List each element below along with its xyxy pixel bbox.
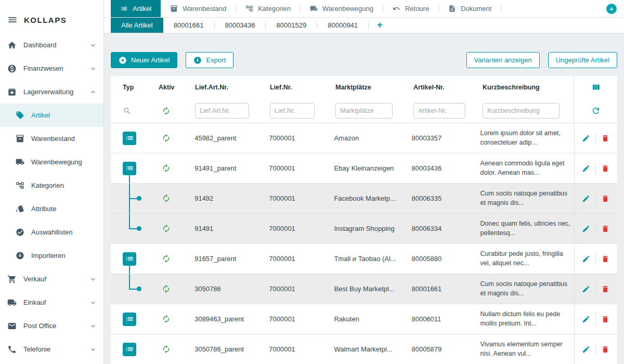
active-filter-icon[interactable] <box>162 107 171 115</box>
tab-label: Kategorien <box>258 5 291 12</box>
delete-icon[interactable] <box>601 315 609 323</box>
chevron-down-icon <box>89 298 97 307</box>
edit-icon[interactable] <box>582 134 590 142</box>
sidebar-item-label: Finanzwesen <box>23 64 63 72</box>
sidebar-item-importieren[interactable]: Importieren <box>0 244 103 267</box>
table-row[interactable]: 91657_parent 7000001 Tmall и Taobao (Al.… <box>111 243 617 274</box>
tree-node-dot <box>137 226 141 231</box>
search-icon[interactable] <box>123 107 132 115</box>
delete-icon[interactable] <box>601 285 609 293</box>
kurzbeschreibung-value: Vivamus elementum semper nisi. Aenean vu… <box>480 340 571 358</box>
filter-artikel-nr-input[interactable] <box>413 103 465 119</box>
sidebar-item-dashboard[interactable]: Dashboard <box>0 33 103 57</box>
table-row[interactable]: 3050786_parent 7000001 Walmart Marketpl.… <box>111 334 617 364</box>
sidebar-item-label: Post Office <box>23 322 56 330</box>
article-type-icon[interactable] <box>123 252 136 266</box>
sidebar-item-auswahllisten[interactable]: Auswahllisten <box>0 220 103 244</box>
sidebar-item-verkauf[interactable]: Verkauf <box>0 267 103 291</box>
artikel-nr-value: 80005879 <box>411 345 480 353</box>
refresh-icon[interactable] <box>591 106 601 115</box>
article-type-icon[interactable] <box>123 162 136 175</box>
active-status-icon[interactable] <box>162 254 171 263</box>
delete-icon[interactable] <box>601 194 609 203</box>
sidebar-item-attribute[interactable]: Attribute <box>0 197 103 220</box>
main-area: Artikel Warenbestand Kategorien Warenbew… <box>104 0 624 364</box>
subtab-article[interactable]: 80001661 <box>163 18 214 33</box>
edit-icon[interactable] <box>582 255 590 263</box>
add-article-tab-button[interactable]: + <box>369 18 391 33</box>
subtab-alle-artikel[interactable]: Alle Artikel <box>111 18 163 33</box>
delete-icon[interactable] <box>601 345 609 354</box>
article-type-icon[interactable] <box>123 343 136 356</box>
artikel-nr-value: 80001661 <box>411 285 480 293</box>
edit-icon[interactable] <box>582 194 590 203</box>
varianten-anzeigen-button[interactable]: Varianten anzeigen <box>466 52 540 68</box>
action-divider <box>595 162 596 175</box>
table-row[interactable]: 3089463_parent 7000001 Rakuten 80006011 … <box>111 304 617 334</box>
active-status-icon[interactable] <box>162 134 171 142</box>
filter-marktplaetze-input[interactable] <box>335 103 393 119</box>
table-row[interactable]: 91491_parent 7000001 Ebay Kleinanzeigen … <box>111 153 617 183</box>
table-row-variant[interactable]: 91491 7000001 Instagram Shopping 8000633… <box>111 213 617 243</box>
active-status-icon[interactable] <box>162 284 171 293</box>
tab-artikel[interactable]: Artikel <box>111 0 161 17</box>
filter-lief-art-nr-input[interactable] <box>195 103 249 119</box>
table-row-variant[interactable]: 3050786 7000001 Best Buy Marketpl... 800… <box>111 274 617 304</box>
delete-icon[interactable] <box>601 255 609 263</box>
brand-header: KOLLAPS <box>0 0 103 33</box>
sidebar-item-warenbestand[interactable]: Warenbestand <box>0 127 103 150</box>
tab-warenbestand[interactable]: Warenbestand <box>161 0 236 17</box>
marktplatz-value: Tmall и Taobao (Al... <box>334 255 411 263</box>
subtab-article[interactable]: 80001529 <box>266 18 317 33</box>
subtab-article[interactable]: 80000941 <box>317 18 368 33</box>
filter-lief-nr-input[interactable] <box>270 103 315 119</box>
lief-nr-value: 7000001 <box>269 134 334 142</box>
delete-icon[interactable] <box>601 164 609 173</box>
active-status-icon[interactable] <box>162 194 171 203</box>
content-area: Neuer Artikel Export Varianten anzeigen … <box>104 33 624 364</box>
ungepruefte-artikel-button[interactable]: Ungeprüfte Artikel <box>548 52 617 68</box>
sidebar-item-label: Kategorien <box>31 181 64 189</box>
edit-icon[interactable] <box>582 225 590 233</box>
sidebar-item-finanzwesen[interactable]: Finanzwesen <box>0 57 103 80</box>
active-status-icon[interactable] <box>162 345 171 354</box>
sidebar-item-warenbewegung[interactable]: Warenbewegung <box>0 150 103 174</box>
sidebar-item-post-office[interactable]: Post Office <box>0 314 103 337</box>
inventory-icon <box>170 5 178 12</box>
tab-warenbewegung[interactable]: Warenbewegung <box>301 0 383 17</box>
sidebar-item-einkauf[interactable]: Einkauf <box>0 291 103 314</box>
active-status-icon[interactable] <box>162 164 171 173</box>
sidebar-item-artikel[interactable]: Artikel <box>0 103 103 127</box>
return-icon <box>393 5 400 12</box>
edit-icon[interactable] <box>582 164 590 173</box>
chevron-down-icon <box>89 41 97 49</box>
neuer-artikel-button[interactable]: Neuer Artikel <box>111 52 177 68</box>
delete-icon[interactable] <box>601 134 609 142</box>
subtab-article[interactable]: 80003436 <box>215 18 266 33</box>
subtab-label: 80001529 <box>276 21 306 29</box>
active-status-icon[interactable] <box>162 224 171 233</box>
columns-icon[interactable] <box>591 83 601 92</box>
sidebar-item-telefonie[interactable]: Telefonie <box>0 337 103 361</box>
table-row-variant[interactable]: 91492 7000001 Facebook Marketp... 800063… <box>111 183 617 213</box>
edit-icon[interactable] <box>582 345 590 354</box>
edit-icon[interactable] <box>582 285 590 293</box>
sidebar-item-lagerverwaltung[interactable]: Lagerverwaltung <box>0 80 103 103</box>
table-header-row: Typ Aktiv Lief.Art.Nr. Lief.Nr. Marktplä… <box>111 76 617 99</box>
article-tab-bar: Alle Artikel 80001661 80003436 80001529 … <box>104 18 624 33</box>
sidebar-item-kategorien[interactable]: Kategorien <box>0 174 103 197</box>
kurzbeschreibung-value: Cum sociis natoque penatibus et magnis d… <box>480 280 571 298</box>
tab-retoure[interactable]: Retoure <box>383 0 438 17</box>
delete-icon[interactable] <box>601 225 609 233</box>
add-tab-button[interactable]: + <box>606 4 617 14</box>
article-type-icon[interactable] <box>123 313 136 326</box>
active-status-icon[interactable] <box>162 315 171 323</box>
table-row[interactable]: 45982_parent 7000001 Amazon 80003357 Lor… <box>111 123 617 153</box>
filter-kurzbeschreibung-input[interactable] <box>483 103 560 119</box>
tab-dokument[interactable]: Dokument <box>439 0 501 17</box>
tab-kategorien[interactable]: Kategorien <box>236 0 300 17</box>
edit-icon[interactable] <box>582 315 590 323</box>
menu-icon[interactable] <box>7 15 18 25</box>
article-type-icon[interactable] <box>123 132 136 145</box>
export-button[interactable]: Export <box>186 52 233 68</box>
